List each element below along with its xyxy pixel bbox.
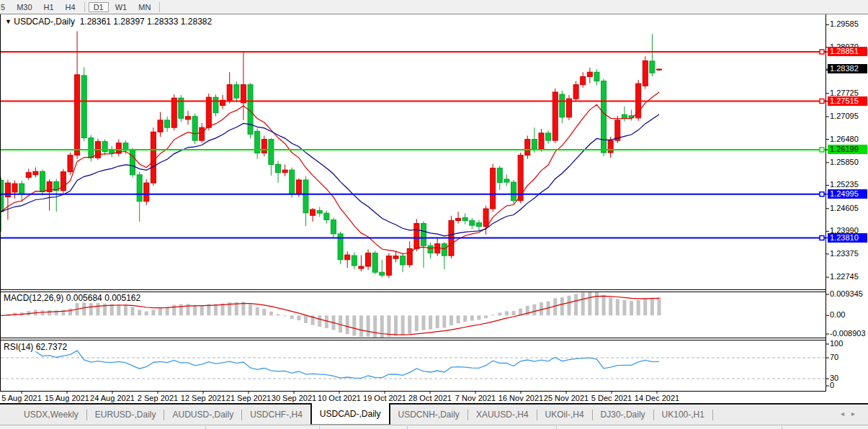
macd-histogram-bar [68,308,72,315]
chart-tab-usdx-weekly[interactable]: USDX,Weekly [16,405,86,425]
hline-handle [820,192,824,197]
macd-histogram-bar [512,311,516,315]
macd-histogram-bar [346,315,349,334]
macd-histogram-bar [82,302,86,315]
macd-histogram-bar [96,303,99,315]
macd-histogram-bar [491,315,495,315]
macd-histogram-bar [394,315,398,335]
timeframe-toolbar: 5M30H1H4D1W1MN [0,0,868,14]
ma-slow-line [1,114,659,236]
status-strip [0,425,868,429]
x-axis-date-label: 15 Aug 2021 [45,394,89,402]
macd-histogram-bar [567,296,571,315]
chart-tab-usdchf-h4[interactable]: USDCHF-,H4 [242,405,310,425]
macd-histogram-bar [616,299,619,315]
tab-scroll-arrows: ◂▸ [841,410,862,417]
macd-histogram-bar [138,310,141,315]
timeframe-button-mn[interactable]: MN [133,2,156,12]
mt4-window: 5M30H1H4D1W1MN ▼ USDCAD-,Daily 1.28361 1… [0,0,868,429]
x-axis-date-label: 19 Oct 2021 [363,394,406,402]
macd-histogram-bar [442,315,446,328]
macd-histogram-bar [457,315,460,323]
y-axis-tick-label: 1.29585 [830,19,859,28]
hline-price-label: 1.26199 [828,145,867,154]
rsi-layer [1,351,826,379]
x-axis-date-label: 7 Nov 2021 [455,394,496,402]
hline-handle [820,99,824,104]
hline-price-label: 1.28851 [828,47,867,56]
macd-histogram-bar [256,307,259,316]
macd-histogram-bar [622,300,626,315]
macd-histogram-bar [602,295,606,315]
chart-tab-usdcnh-daily[interactable]: USDCNH-,Daily [390,405,467,425]
y-axis-tick-label: 70 [830,353,838,361]
y-axis-tick-label: 1.27095 [830,112,859,120]
rsi-indicator-label: RSI(14) 62.7372 [4,342,67,352]
macd-histogram-bar [367,315,370,336]
macd-histogram-bar [526,306,529,315]
y-axis-tick-label: 0.009345 [830,289,863,298]
macd-histogram-bar [463,315,467,322]
timeframe-button-m30[interactable]: M30 [12,2,37,12]
macd-histogram-bar [637,300,640,315]
chart-tab-audusd-daily[interactable]: AUDUSD-,Daily [164,405,241,425]
macd-histogram-bar [262,309,266,315]
chart-tab-bar: USDX,WeeklyEURUSD-,DailyAUDUSD-,DailyUSD… [0,403,868,425]
x-axis-date-label: 5 Dec 2021 [591,394,632,402]
y-axis-tick-label: 1.22745 [830,272,859,281]
macd-histogram-bar [249,304,252,315]
x-axis-date-label: 2 Sep 2021 [138,394,178,402]
y-axis-tick-label: 0 [830,381,834,389]
hline-price-label: 1.23810 [828,233,867,243]
macd-histogram-bar [408,315,411,334]
symbol-dropdown-icon[interactable]: ▼ [5,18,12,25]
timeframe-button-w1[interactable]: W1 [110,2,133,12]
timeframe-button-h1[interactable]: H1 [39,2,59,12]
hline-handle [820,148,824,152]
x-axis-date-label: 5 Aug 2021 [1,394,42,402]
x-axis-date-label: 28 Oct 2021 [408,394,452,402]
timeframe-button-5[interactable]: 5 [0,2,10,12]
status-separator [782,426,782,429]
hline-price-label: 1.24995 [828,189,867,199]
rsi-line [35,351,659,378]
macd-histogram-bar [61,310,65,315]
chart-title: ▼ USDCAD-,Daily 1.28361 1.28397 1.28333 … [5,17,212,27]
macd-histogram-bar [401,315,405,335]
x-axis-date-label: 21 Sep 2021 [226,394,271,402]
chart-tab-ukoil-h4[interactable]: UKOil-,H4 [537,405,592,425]
macd-histogram-bar [304,315,308,323]
macd-histogram-bar [560,297,564,315]
macd-histogram-bar [643,299,647,316]
x-axis-date-label: 16 Nov 2021 [498,394,543,402]
y-axis-tick-label: 1.25235 [830,180,859,189]
timeframe-button-h4[interactable]: H4 [61,2,81,12]
status-separator [319,426,320,429]
ohlc-high: 1.28397 [113,17,144,27]
price-chart-canvas[interactable] [0,0,868,403]
macd-histogram-bar [470,315,474,320]
timeframe-button-d1[interactable]: D1 [89,2,109,12]
x-axis-date-label: 10 Oct 2021 [318,394,361,402]
candlestick-layer [0,31,826,278]
chart-tab-xauusd-h4[interactable]: XAUUSD-,H4 [468,405,537,425]
status-separator [556,426,557,429]
macd-histogram-bar [145,311,148,315]
chart-tab-eurusd-daily[interactable]: EURUSD-,Daily [87,405,164,425]
macd-histogram-bar [359,315,363,337]
chart-tab-usdcad-daily[interactable]: USDCAD-,Daily [310,403,390,425]
macd-histogram-bar [352,315,356,335]
chart-tab-dj30-daily[interactable]: DJ30-,Daily [593,405,653,425]
macd-histogram-bar [117,304,120,315]
chart-tab-uk100-h1[interactable]: UK100-,H1 [654,405,712,425]
y-axis-tick-label: 0.00 [830,310,845,319]
macd-histogram-bar [532,304,536,316]
macd-histogram-bar [595,291,599,315]
macd-histogram-bar [172,304,176,315]
hline-price-label: 1.27515 [828,96,867,106]
macd-histogram-bar [650,298,654,316]
tab-scroll-right-icon[interactable]: ▸ [851,410,862,417]
tab-scroll-left-icon[interactable]: ◂ [841,410,851,417]
macd-histogram-bar [588,292,591,316]
macd-histogram-bar [380,315,384,338]
